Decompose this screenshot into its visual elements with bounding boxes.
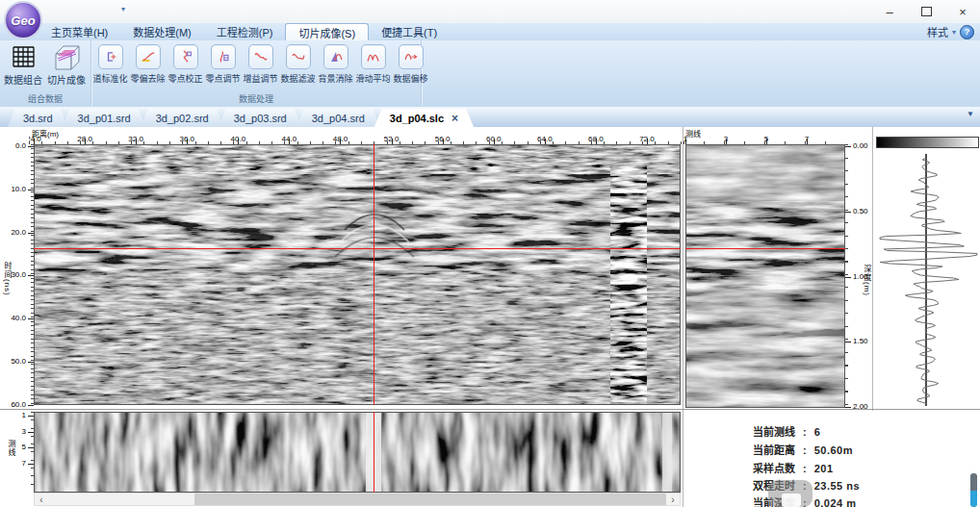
depth-axis-title: 深度(m) — [862, 265, 872, 296]
cross-radargram-image — [686, 145, 844, 407]
zero-point-correct-button[interactable]: 零点校正 — [167, 44, 204, 85]
moving-average-icon — [365, 48, 382, 65]
grayscale-colorbar — [876, 137, 979, 148]
scroll-right-button[interactable]: › — [666, 494, 680, 505]
gain-adjust-icon — [252, 48, 270, 65]
slice-cursor-line — [374, 412, 374, 493]
cursor-vertical-line — [374, 144, 374, 405]
scroll-left-button[interactable]: ‹ — [35, 494, 48, 505]
data-migration-icon — [402, 48, 420, 65]
ribbon-group-label: 数据处理 — [91, 92, 421, 105]
data-filter-icon — [290, 48, 307, 65]
doc-tab[interactable]: 3d_p01.srd — [63, 109, 146, 127]
tick-label: 30.0 — [11, 271, 26, 280]
tab-close-icon[interactable]: × — [451, 112, 458, 125]
doc-tab[interactable]: 3d_p04.srd — [297, 109, 380, 127]
minimize-button[interactable]: – — [874, 0, 905, 23]
gain-adjust-button[interactable]: 增益调节 — [242, 44, 279, 85]
tick-label: 7 — [22, 459, 26, 468]
ribbon-group-combine: 数据组合 切片成像 组合数据 — [0, 40, 91, 106]
ribbon: 数据组合 切片成像 组合数据 道标准化 — [0, 40, 980, 108]
main-y-axis: 0.010.020.030.040.050.060.0 — [0, 144, 34, 405]
app-logo-text: Geo — [11, 13, 35, 28]
zero-point-adjust-icon — [215, 48, 232, 65]
moving-average-button[interactable]: 滑动平均 — [354, 44, 392, 85]
document-tab-bar: 3d.srd 3d_p01.srd 3d_p02.srd 3d_p03.srd … — [0, 107, 980, 128]
mini-scrollbar-thumb[interactable] — [970, 473, 977, 507]
main-radargram-image — [35, 145, 680, 404]
info-current-distance: 当前距离:50.60m — [753, 442, 853, 457]
info-sample-count: 采样点数:201 — [753, 460, 834, 475]
wiggle-trace-plot[interactable] — [873, 148, 980, 409]
tick-label: 1 — [22, 411, 26, 419]
dc-offset-remove-button[interactable]: 零偏去除 — [129, 44, 167, 85]
tick-label: 5 — [22, 443, 26, 451]
panel-divider — [0, 409, 980, 410]
workspace: 距离(m) 24.028.032.036.040.044.048.052.056… — [0, 127, 980, 507]
trace-normalize-icon — [102, 48, 119, 65]
horizontal-scrollbar[interactable]: ‹ › — [34, 493, 681, 506]
background-remove-icon — [327, 48, 345, 65]
doc-tab[interactable]: 3d_p03.srd — [219, 109, 302, 127]
main-x-axis: 24.028.032.036.040.044.048.052.056.060.0… — [29, 135, 682, 144]
close-button[interactable]: × — [947, 0, 978, 23]
maximize-icon — [921, 7, 932, 16]
title-bar — [0, 0, 980, 23]
ribbon-group-label: 组合数据 — [0, 92, 90, 105]
cross-cursor-line — [685, 248, 845, 249]
help-icon[interactable]: ? — [960, 25, 974, 39]
menu-tabs: 主页菜单(H) 数据处理(M) 工程检测(P) 切片成像(S) 便捷工具(T) — [39, 23, 450, 40]
slice-y-axis: 1357 — [0, 412, 34, 492]
cross-x-axis: 1357 — [683, 135, 845, 144]
tick-label: 60.0 — [11, 400, 26, 409]
info-current-line: 当前测线:6 — [753, 423, 820, 439]
background-remove-button[interactable]: 背景消除 — [317, 44, 354, 85]
doc-tab-active[interactable]: 3d_p04.slc × — [374, 109, 474, 127]
zero-point-correct-icon — [177, 48, 194, 65]
doc-tab[interactable]: 3d.srd — [8, 109, 68, 127]
time-slice-svg — [35, 413, 680, 492]
tick-label: 24.0 — [29, 135, 41, 143]
tick-label: 50.0 — [11, 357, 26, 366]
data-combine-button[interactable]: 数据组合 — [2, 42, 44, 92]
menu-tab-home[interactable]: 主页菜单(H) — [39, 23, 120, 40]
grid-icon — [9, 42, 38, 71]
tick-label: 0.00 — [853, 141, 868, 150]
data-filter-button[interactable]: 数据滤波 — [279, 44, 317, 85]
menu-tab-engineering[interactable]: 工程检测(P) — [204, 23, 286, 40]
maximize-button[interactable] — [911, 0, 941, 23]
data-migration-button[interactable]: 数据偏移 — [392, 44, 429, 85]
quick-access-dropdown-icon[interactable]: ▾ — [121, 5, 125, 13]
main-radargram[interactable] — [34, 144, 681, 405]
panel-divider — [683, 410, 683, 507]
tick-label: 0.50 — [853, 207, 868, 215]
cube-slice-icon — [52, 42, 81, 71]
app-logo[interactable]: Geo — [4, 1, 42, 39]
tick-label: 40.0 — [11, 314, 26, 322]
ribbon-group-processing: 道标准化 零偏去除 零点校正 零点调节 — [91, 40, 422, 106]
tick-label: 3 — [22, 427, 26, 436]
menu-tab-data-processing[interactable]: 数据处理(M) — [120, 23, 204, 40]
tab-overflow-icon[interactable]: ▼ — [967, 110, 974, 118]
touch-indicator-overlay — [768, 480, 812, 507]
scrollbar-track[interactable] — [48, 494, 666, 505]
scrollbar-thumb[interactable] — [194, 494, 666, 505]
zero-point-adjust-button[interactable]: 零点调节 — [204, 44, 242, 85]
panel-divider — [683, 127, 683, 409]
style-button[interactable]: 样式 — [927, 24, 948, 39]
trace-normalize-button[interactable]: 道标准化 — [91, 44, 129, 85]
slice-imaging-button[interactable]: 切片成像 — [45, 42, 88, 92]
tick-label: 1.50 — [853, 337, 868, 345]
dc-offset-remove-icon — [140, 48, 157, 65]
cursor-horizontal-line — [34, 248, 681, 249]
menu-bar: 主页菜单(H) 数据处理(M) 工程检测(P) 切片成像(S) 便捷工具(T) … — [0, 23, 980, 41]
style-dropdown-icon[interactable]: ▾ — [952, 28, 956, 37]
menu-tab-tools[interactable]: 便捷工具(T) — [369, 23, 450, 40]
cross-radargram[interactable] — [685, 144, 845, 408]
doc-tab[interactable]: 3d_p02.srd — [141, 109, 224, 127]
tick-label: 20.0 — [11, 228, 26, 237]
time-slice-image[interactable] — [34, 412, 681, 493]
tick-label: 10.0 — [11, 185, 26, 193]
menu-tab-slice-imaging[interactable]: 切片成像(S) — [285, 23, 369, 40]
tick-label: 0.0 — [15, 141, 26, 150]
